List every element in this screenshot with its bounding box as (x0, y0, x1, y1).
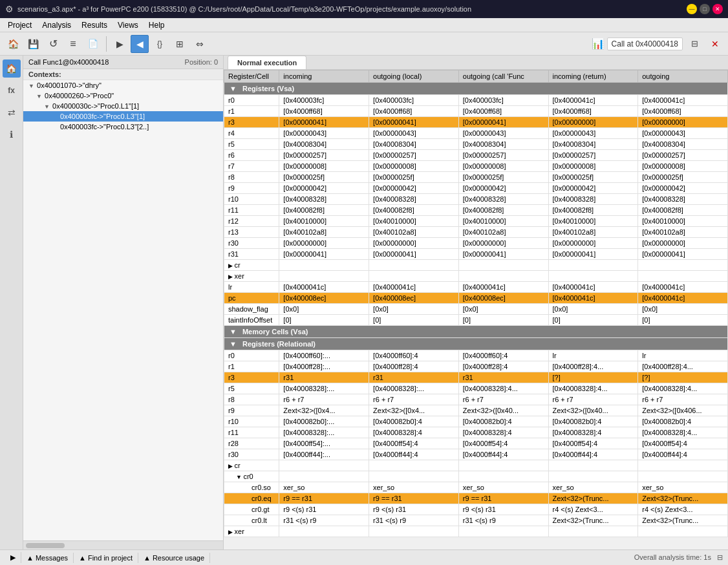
cell-reg: r6 (224, 150, 279, 161)
reload-btn[interactable]: ↺ (44, 35, 62, 53)
cell-outgoing: [0x00000000] (638, 238, 728, 249)
cell-outgoing: [0x400082b0]:4 (638, 416, 728, 427)
menu-views[interactable]: Views (112, 19, 144, 31)
menu-project[interactable]: Project (3, 19, 37, 31)
col-header-reg: Register/Cell (224, 70, 279, 83)
cell-outCall: [0x00000043] (458, 128, 548, 139)
cell-reg: r28 (224, 438, 279, 449)
cell-outCall: r31 (458, 372, 548, 383)
menu-help[interactable]: Help (144, 19, 170, 31)
cell-outCall: [0x40008304] (458, 139, 548, 150)
table-row: r4[0x00000043][0x00000043][0x00000043][0… (224, 128, 728, 139)
cell-incoming: [0x00000042] (279, 183, 369, 194)
status-arrow-btn[interactable]: ▶ (5, 552, 21, 563)
cell-outLocal: [0x00000043] (369, 128, 459, 139)
save-btn[interactable]: 💾 (24, 35, 42, 53)
cell-reg: lr (224, 282, 279, 293)
doc-btn[interactable]: 📄 (84, 35, 102, 53)
cell-incoming: [0] (279, 315, 369, 326)
panel-toggle-btn[interactable]: ⊟ (685, 35, 703, 53)
maximize-button[interactable]: □ (700, 4, 710, 14)
table-row: ▼ Registers (Relational) (224, 338, 728, 350)
col-header-inreturn: incoming (return) (548, 70, 638, 83)
cell-outCall: [0x0000025f] (458, 172, 548, 183)
table-row: r28[0x4000ff54]:...[0x4000ff54]:4[0x4000… (224, 438, 728, 449)
home-btn[interactable]: 🏠 (4, 35, 22, 53)
data-table: Register/Cell incoming outgoing (local) … (224, 70, 728, 537)
cell-outgoing: [0x400082f8] (638, 205, 728, 216)
arrows-btn[interactable]: ⇔ (191, 35, 209, 53)
braces-btn[interactable]: {} (151, 35, 169, 53)
cell-reg: r12 (224, 216, 279, 227)
tab-bar: Normal execution (224, 56, 728, 70)
cell-inReturn: [0x00000000] (548, 238, 638, 249)
resource-usage-btn[interactable]: ▲ Resource usage (138, 553, 210, 563)
find-in-project-btn[interactable]: ▲ Find in project (74, 553, 138, 563)
section-expand-icon[interactable]: ▼ (230, 340, 239, 348)
cell-incoming (279, 526, 369, 537)
left-scrollbar[interactable] (23, 540, 223, 549)
close-button[interactable]: ✕ (712, 4, 723, 14)
cell-outLocal: [0x4000ff54]:4 (369, 438, 459, 449)
expand-icon[interactable]: ▶ (228, 529, 235, 535)
cell-outCall: [0] (458, 315, 548, 326)
cell-inReturn: [0x40008328]:4... (548, 383, 638, 394)
cell-inReturn: lr (548, 350, 638, 361)
tree-item-2[interactable]: ▼ 0x4000030c->"Proc0.L1"[1] (23, 101, 223, 111)
side-home-icon[interactable]: 🏠 (3, 59, 21, 78)
table-row: r13[0x400102a8][0x400102a8][0x400102a8][… (224, 227, 728, 238)
table-row: ▶ cr (224, 260, 728, 271)
sub-expand-icon[interactable]: ▼ (236, 474, 243, 480)
expand-icon[interactable]: ▶ (228, 463, 235, 469)
table-row: r12[0x40010000][0x40010000][0x40010000][… (224, 216, 728, 227)
h-scroll-thumb[interactable] (26, 543, 65, 548)
messages-btn[interactable]: ▲ Messages (21, 553, 74, 563)
table-row: r31[0x00000041][0x00000041][0x00000041][… (224, 249, 728, 260)
section-expand-icon[interactable]: ▼ (230, 328, 239, 336)
table-row: cr0.gtr9 <(s) r31r9 <(s) r31r9 <(s) r31r… (224, 504, 728, 515)
cell-outCall: r6 + r7 (458, 394, 548, 405)
expand-icon[interactable]: ▶ (228, 273, 235, 280)
cursor-btn[interactable]: ◀ (131, 35, 149, 53)
cell-outCall: [0x40008328]:4 (458, 427, 548, 438)
tree-item-0[interactable]: ▼ 0x40001070->"dhry" (23, 80, 223, 91)
grid-btn[interactable]: ⊞ (171, 35, 189, 53)
cell-incoming: [0x40010000] (279, 216, 369, 227)
toolbar-close-btn[interactable]: ✕ (706, 35, 724, 53)
arrow-icon: ▶ (10, 553, 16, 562)
cell-inReturn: r6 + r7 (548, 394, 638, 405)
tab-normal-execution[interactable]: Normal execution (228, 56, 306, 69)
minimize-button[interactable]: — (687, 4, 697, 14)
tree-item-1[interactable]: ▼ 0x40000260->"Proc0" (23, 91, 223, 101)
table-row: r1[0x4000ff28]:...[0x4000ff28]:4[0x4000f… (224, 361, 728, 372)
cell-inReturn: Zext<32>(Trunc... (548, 515, 638, 526)
cell-reg: pc (224, 293, 279, 304)
side-info-icon[interactable]: ℹ (3, 125, 21, 144)
list-btn[interactable]: ≡ (64, 35, 82, 53)
cell-outCall: [0x00000257] (458, 150, 548, 161)
cell-outgoing: [0] (638, 315, 728, 326)
cell-outCall: [0x400082f8] (458, 205, 548, 216)
cell-outCall: r9 <(s) r31 (458, 504, 548, 515)
menu-analysis[interactable]: Analysis (37, 19, 76, 31)
table-row: r30[0x4000ff44]:...[0x4000ff44]:4[0x4000… (224, 449, 728, 460)
tree-item-3[interactable]: 0x400003fc->"Proc0.L3"[1] (23, 111, 223, 122)
data-table-container[interactable]: Register/Cell incoming outgoing (local) … (224, 70, 728, 549)
side-filter-icon[interactable]: ⇄ (3, 103, 21, 122)
table-row: r10[0x400082b0]:...[0x400082b0]:4[0x4000… (224, 416, 728, 427)
play-btn[interactable]: ▶ (111, 35, 129, 53)
cell-inReturn: [0x4000041c] (548, 282, 638, 293)
table-row: cr0.ltr31 <(s) r9r31 <(s) r9r31 <(s) r9Z… (224, 515, 728, 526)
find-up-icon: ▲ (79, 554, 86, 562)
cell-outLocal: xer_so (369, 482, 459, 493)
menu-results[interactable]: Results (76, 19, 112, 31)
cell-outLocal (369, 460, 459, 471)
side-func-icon[interactable]: fx (3, 81, 21, 100)
cell-outgoing (638, 526, 728, 537)
cell-outgoing: Zext<32>(Trunc... (638, 493, 728, 504)
cell-outCall: [0x40008328] (458, 194, 548, 205)
expand-icon[interactable]: ▶ (228, 262, 235, 269)
tree-item-4[interactable]: 0x400003fc->"Proc0.L3"[2..] (23, 122, 223, 132)
section-expand-icon[interactable]: ▼ (230, 85, 239, 92)
cell-inReturn: [0x4000ff54]:4 (548, 438, 638, 449)
